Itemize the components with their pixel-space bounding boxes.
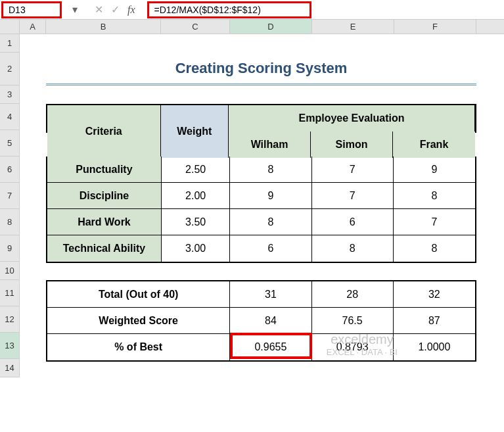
- row-header-4[interactable]: 4: [0, 104, 20, 130]
- weight-cell[interactable]: 3.00: [162, 235, 230, 262]
- col-header-F[interactable]: F: [394, 20, 476, 34]
- criteria-table: Criteria Weight Employee Evaluation Wilh…: [46, 104, 476, 133]
- emp3-header: Frank: [393, 132, 475, 158]
- criteria-name[interactable]: Technical Ability: [47, 235, 162, 262]
- score-cell[interactable]: 6: [230, 235, 311, 262]
- row-header-12[interactable]: 12: [0, 306, 20, 333]
- score-cell[interactable]: 9: [230, 183, 311, 209]
- row-header-7[interactable]: 7: [0, 183, 20, 209]
- row-header-10[interactable]: 10: [0, 262, 20, 280]
- score-cell[interactable]: 8: [394, 183, 475, 209]
- content-area[interactable]: Creating Scoring System Criteria Weight …: [20, 34, 476, 377]
- pct-cell[interactable]: 0.9655: [230, 334, 311, 360]
- col-header-E[interactable]: E: [312, 20, 394, 34]
- total-cell[interactable]: 32: [394, 281, 475, 308]
- row-header-3[interactable]: 3: [0, 85, 20, 104]
- criteria-name[interactable]: Discipline: [47, 183, 162, 209]
- weight-cell[interactable]: 2.00: [162, 183, 230, 209]
- weighted-cell[interactable]: 76.5: [312, 308, 394, 334]
- criteria-name[interactable]: Hard Work: [47, 209, 162, 235]
- col-header-D[interactable]: D: [230, 20, 312, 34]
- name-box-value: D13: [9, 5, 26, 15]
- accept-icon[interactable]: ✓: [111, 3, 120, 16]
- weighted-cell[interactable]: 84: [230, 308, 311, 334]
- row-headers: 1 2 3 4 5 6 7 8 9 10 11 12 13 14: [0, 34, 20, 377]
- formula-text: =D12/MAX($D$12:$F$12): [154, 5, 261, 15]
- weight-header: Weight: [161, 105, 229, 158]
- score-cell[interactable]: 8: [312, 235, 394, 262]
- criteria-header: Criteria: [47, 105, 161, 158]
- grid-body: 1 2 3 4 5 6 7 8 9 10 11 12 13 14 Creatin…: [0, 34, 504, 377]
- table-row: Punctuality 2.50 8 7 9: [47, 156, 475, 183]
- row-header-14[interactable]: 14: [0, 359, 20, 377]
- score-cell[interactable]: 7: [394, 209, 475, 235]
- score-cell[interactable]: 8: [394, 235, 475, 262]
- row-header-8[interactable]: 8: [0, 209, 20, 235]
- weighted-cell[interactable]: 87: [394, 308, 475, 334]
- total-label[interactable]: Total (Out of 40): [47, 281, 230, 308]
- fx-icon[interactable]: fx: [127, 4, 135, 16]
- pct-cell[interactable]: 1.0000: [394, 334, 475, 360]
- select-all-corner[interactable]: [0, 20, 20, 34]
- table-row: Hard Work 3.50 8 6 7: [47, 209, 475, 235]
- table-row: % of Best 0.9655 0.8793 1.0000: [47, 334, 475, 360]
- table-row: Total (Out of 40) 31 28 32: [47, 281, 475, 308]
- row-header-5[interactable]: 5: [0, 130, 20, 156]
- table-row: Weighted Score 84 76.5 87: [47, 308, 475, 334]
- score-cell[interactable]: 6: [312, 209, 394, 235]
- formula-bar: D13 ▾ ✕ ✓ fx =D12/MAX($D$12:$F$12): [0, 0, 504, 20]
- weighted-label[interactable]: Weighted Score: [47, 308, 230, 334]
- emp1-header: Wilham: [229, 132, 311, 158]
- row-header-6[interactable]: 6: [0, 156, 20, 183]
- criteria-name[interactable]: Punctuality: [47, 156, 162, 183]
- emp2-header: Simon: [311, 132, 393, 158]
- formula-input[interactable]: =D12/MAX($D$12:$F$12): [147, 1, 311, 18]
- cancel-icon[interactable]: ✕: [95, 3, 103, 16]
- name-box[interactable]: D13: [1, 1, 62, 18]
- page-title: Creating Scoring System: [46, 53, 476, 85]
- name-box-dropdown[interactable]: ▾: [67, 1, 83, 18]
- row-header-11[interactable]: 11: [0, 280, 20, 306]
- col-header-C[interactable]: C: [161, 20, 230, 34]
- score-cell[interactable]: 7: [312, 156, 394, 183]
- pct-label[interactable]: % of Best: [47, 334, 230, 360]
- row-header-2[interactable]: 2: [0, 53, 20, 85]
- table-row: Technical Ability 3.00 6 8 8: [47, 235, 475, 262]
- row-header-9[interactable]: 9: [0, 235, 20, 262]
- weight-cell[interactable]: 2.50: [162, 156, 230, 183]
- row-header-1[interactable]: 1: [0, 34, 20, 53]
- column-headers: A B C D E F: [0, 20, 504, 34]
- total-cell[interactable]: 31: [230, 281, 311, 308]
- row-header-13[interactable]: 13: [0, 333, 20, 359]
- formula-bar-icons: ✕ ✓ fx: [95, 3, 135, 16]
- score-cell[interactable]: 7: [312, 183, 394, 209]
- col-header-B[interactable]: B: [46, 20, 161, 34]
- score-cell[interactable]: 8: [230, 209, 311, 235]
- eval-header: Employee Evaluation: [229, 105, 475, 132]
- total-cell[interactable]: 28: [312, 281, 394, 308]
- score-cell[interactable]: 9: [394, 156, 475, 183]
- summary-table: Total (Out of 40) 31 28 32 Weighted Scor…: [46, 280, 476, 362]
- weight-cell[interactable]: 3.50: [162, 209, 230, 235]
- col-header-A[interactable]: A: [20, 20, 46, 34]
- table-row: Discipline 2.00 9 7 8: [47, 183, 475, 209]
- pct-cell[interactable]: 0.8793: [312, 334, 394, 360]
- score-cell[interactable]: 8: [230, 156, 311, 183]
